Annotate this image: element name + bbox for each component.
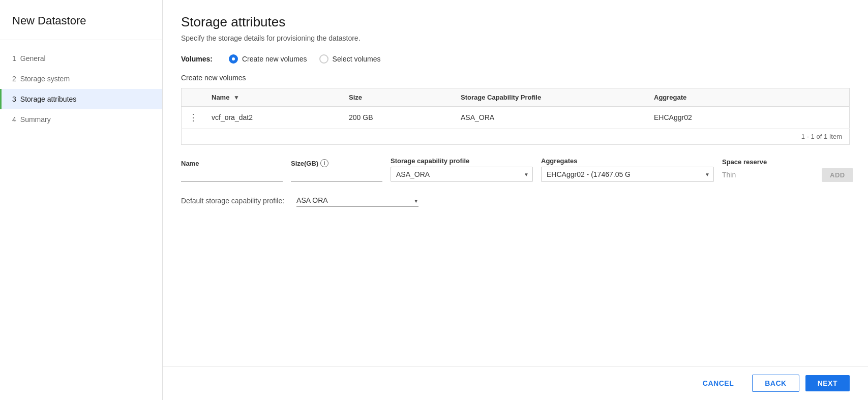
name-label: Name <box>181 160 283 167</box>
page-subtitle: Specify the storage details for provisio… <box>181 34 850 42</box>
step-label-storage-system: Storage system <box>20 75 70 83</box>
row-more-icon[interactable]: ⋮ <box>189 112 197 123</box>
aggregates-select-wrapper: EHCAggr02 - (17467.05 G ▼ <box>541 167 714 182</box>
add-volume-form: Name Size(GB) i Storage capability profi… <box>181 157 850 182</box>
footer: CANCEL BACK NEXT <box>163 366 868 400</box>
volumes-label: Volumes: <box>181 55 213 63</box>
step-label-summary: Summary <box>20 115 51 124</box>
step-list: 1 General 2 Storage system 3 Storage att… <box>0 40 162 138</box>
radio-select-icon <box>319 54 328 64</box>
space-reserve-value: Thin <box>722 168 814 182</box>
row-more-icon-cell: ⋮ <box>182 107 205 129</box>
default-profile-label: Default storage capability profile: <box>181 197 284 205</box>
main-panel: Storage attributes Specify the storage d… <box>163 0 868 400</box>
sidebar-step-storage-attributes[interactable]: 3 Storage attributes <box>0 89 162 109</box>
main-content: Storage attributes Specify the storage d… <box>163 0 868 366</box>
th-actions <box>182 88 205 107</box>
step-number-1: 1 <box>12 54 16 63</box>
scp-form-group: Storage capability profile ASA_ORA ▼ <box>391 157 533 182</box>
radio-group: Create new volumes Select volumes <box>229 54 381 64</box>
th-name[interactable]: Name ▼ <box>204 88 342 107</box>
th-aggregate: Aggregate <box>647 88 850 107</box>
name-form-group: Name <box>181 160 283 182</box>
row-aggregate: EHCAggr02 <box>647 107 850 129</box>
radio-create-volumes[interactable]: Create new volumes <box>229 54 307 64</box>
scp-label: Storage capability profile <box>391 157 533 165</box>
step-label-storage-attributes: Storage attributes <box>20 95 77 103</box>
add-btn-group: ADD <box>822 168 853 182</box>
default-scp-select-wrapper: ASA ORA ▼ <box>296 194 418 207</box>
step-number-4: 4 <box>12 115 16 124</box>
section-create-label: Create new volumes <box>181 74 850 82</box>
table-row: ⋮ vcf_ora_dat2 200 GB ASA_ORA EHCAggr02 <box>182 107 850 129</box>
page-title: Storage attributes <box>181 14 850 30</box>
size-form-group: Size(GB) i <box>291 159 382 182</box>
space-reserve-label: Space reserve <box>722 158 814 166</box>
size-info-icon[interactable]: i <box>320 159 328 167</box>
volumes-table: Name ▼ Size Storage Capability Profile A… <box>181 88 850 145</box>
size-input[interactable] <box>291 169 382 182</box>
size-label: Size(GB) i <box>291 159 382 167</box>
aggregates-label: Aggregates <box>541 157 714 165</box>
sidebar-step-general[interactable]: 1 General <box>0 48 162 69</box>
sidebar-step-storage-system[interactable]: 2 Storage system <box>0 69 162 89</box>
add-button[interactable]: ADD <box>822 168 853 182</box>
pagination-row: 1 - 1 of 1 Item <box>182 129 850 145</box>
aggregates-form-group: Aggregates EHCAggr02 - (17467.05 G ▼ <box>541 157 714 182</box>
default-profile-row: Default storage capability profile: ASA … <box>181 194 850 207</box>
radio-select-label: Select volumes <box>333 55 381 63</box>
row-name: vcf_ora_dat2 <box>204 107 342 129</box>
aggregates-select[interactable]: EHCAggr02 - (17467.05 G <box>541 167 714 182</box>
sidebar: New Datastore 1 General 2 Storage system… <box>0 0 163 400</box>
scp-select[interactable]: ASA_ORA <box>391 167 533 182</box>
back-button[interactable]: BACK <box>752 375 799 392</box>
step-number-3: 3 <box>12 95 16 103</box>
default-scp-select[interactable]: ASA ORA <box>296 194 418 207</box>
radio-create-label: Create new volumes <box>242 55 307 63</box>
space-reserve-form-group: Space reserve Thin <box>722 158 814 182</box>
filter-icon[interactable]: ▼ <box>233 94 240 101</box>
row-size: 200 GB <box>342 107 454 129</box>
radio-select-volumes[interactable]: Select volumes <box>319 54 381 64</box>
pagination-text: 1 - 1 of 1 Item <box>182 129 850 145</box>
row-profile: ASA_ORA <box>454 107 647 129</box>
scp-select-wrapper: ASA_ORA ▼ <box>391 167 533 182</box>
name-input[interactable] <box>181 169 283 182</box>
cancel-button[interactable]: CANCEL <box>691 375 746 391</box>
next-button[interactable]: NEXT <box>805 375 850 391</box>
app-title: New Datastore <box>0 0 162 40</box>
th-scp: Storage Capability Profile <box>454 88 647 107</box>
step-number-2: 2 <box>12 75 16 83</box>
radio-create-icon <box>229 54 238 64</box>
th-size: Size <box>342 88 454 107</box>
sidebar-step-summary[interactable]: 4 Summary <box>0 109 162 130</box>
step-label-general: General <box>20 54 46 63</box>
volumes-row: Volumes: Create new volumes Select volum… <box>181 54 850 64</box>
